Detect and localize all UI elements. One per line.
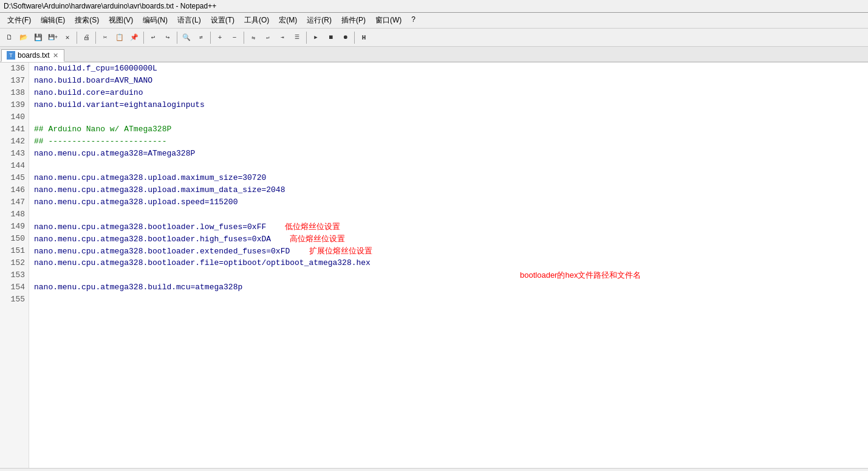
line-num-137: 137 — [0, 75, 29, 87]
code-line-147: nano.menu.cpu.atmega328.upload.speed=115… — [34, 196, 868, 208]
menu-encode[interactable]: 编码(N) — [138, 14, 173, 27]
menu-help[interactable]: ? — [406, 14, 420, 27]
toolbar-replace[interactable]: ⇄ — [194, 31, 208, 44]
code-line-153: bootloader的hex文件路径和文件名 — [34, 269, 868, 281]
menu-search[interactable]: 搜索(S) — [70, 14, 104, 27]
code-line-143: nano.menu.cpu.atmega328=ATmega328P — [34, 148, 868, 160]
toolbar-paste[interactable]: 📌 — [128, 31, 141, 44]
toolbar-save-all[interactable]: 💾+ — [46, 31, 60, 44]
menu-plugins[interactable]: 插件(P) — [337, 14, 371, 27]
toolbar-h[interactable]: H — [357, 31, 371, 44]
line-num-139: 139 — [0, 99, 29, 111]
toolbar-sep2 — [95, 32, 96, 44]
line-num-145: 145 — [0, 172, 29, 184]
line-num-141: 141 — [0, 123, 29, 136]
menu-run[interactable]: 运行(R) — [302, 14, 337, 27]
code-line-152: nano.menu.cpu.atmega328.bootloader.file=… — [34, 257, 868, 269]
code-line-146: nano.menu.cpu.atmega328.upload.maximum_d… — [34, 184, 868, 196]
toolbar-find[interactable]: 🔍 — [180, 31, 193, 44]
menu-edit[interactable]: 编辑(E) — [36, 14, 70, 27]
code-line-139: nano.build.variant=eightanaloginputs — [34, 99, 868, 111]
toolbar-open[interactable]: 📂 — [17, 31, 30, 44]
toolbar-macro1[interactable]: ▶ — [309, 31, 323, 44]
line-num-136: 136 — [0, 63, 29, 75]
editor: 1361371381391401411421431441451461471481… — [0, 63, 868, 468]
toolbar-block[interactable]: ☰ — [290, 31, 304, 44]
line-num-140: 140 — [0, 111, 29, 123]
tab-boards[interactable]: T boards.txt ✕ — [1, 49, 64, 62]
menu-language[interactable]: 语言(L) — [173, 14, 206, 27]
code-line-151: nano.menu.cpu.atmega328.bootloader.exten… — [34, 245, 868, 257]
line-num-150: 150 — [0, 233, 29, 245]
code-line-149: nano.menu.cpu.atmega328.bootloader.low_f… — [34, 221, 868, 233]
toolbar-sep8 — [354, 32, 355, 44]
toolbar-zoom-out[interactable]: − — [228, 31, 241, 44]
window-title: D:\Software\Arduino\hardware\arduino\avr… — [4, 2, 216, 10]
code-line-154: nano.menu.cpu.atmega328.build.mcu=atmega… — [34, 281, 868, 294]
toolbar-sep7 — [306, 32, 307, 44]
toolbar-cut[interactable]: ✂ — [98, 31, 112, 44]
line-num-152: 152 — [0, 257, 29, 269]
code-line-144 — [34, 160, 868, 172]
tab-label: boards.txt — [18, 51, 50, 60]
menu-tools[interactable]: 工具(O) — [239, 14, 274, 27]
toolbar-sep1 — [77, 32, 77, 44]
toolbar-macro3[interactable]: ⏺ — [338, 31, 352, 44]
code-line-148 — [34, 208, 868, 221]
toolbar-copy[interactable]: 📋 — [113, 31, 126, 44]
line-num-146: 146 — [0, 184, 29, 196]
menu-window[interactable]: 窗口(W) — [371, 14, 406, 27]
code-area[interactable]: nano.build.f_cpu=16000000Lnano.build.boa… — [29, 63, 868, 468]
toolbar-sep6 — [244, 32, 244, 44]
line-num-153: 153 — [0, 269, 29, 281]
toolbar-sep5 — [210, 32, 211, 44]
toolbar-indent[interactable]: ⇥ — [276, 31, 289, 44]
code-line-145: nano.menu.cpu.atmega328.upload.maximum_s… — [34, 172, 868, 184]
line-num-144: 144 — [0, 160, 29, 172]
code-line-150: nano.menu.cpu.atmega328.bootloader.high_… — [34, 233, 868, 245]
line-num-138: 138 — [0, 87, 29, 99]
toolbar-save[interactable]: 💾 — [32, 31, 45, 44]
line-num-149: 149 — [0, 221, 29, 233]
status-bar: Ln: 154 Col: 1 Sel: 0|0 Windows (CR LF) … — [0, 468, 868, 471]
menu-bar: 文件(F) 编辑(E) 搜索(S) 视图(V) 编码(N) 语言(L) 设置(T… — [0, 13, 868, 29]
code-line-141: ## Arduino Nano w/ ATmega328P — [34, 123, 868, 136]
menu-settings[interactable]: 设置(T) — [206, 14, 239, 27]
title-bar: D:\Software\Arduino\hardware\arduino\avr… — [0, 0, 868, 13]
line-num-143: 143 — [0, 148, 29, 160]
line-num-142: 142 — [0, 136, 29, 148]
line-num-151: 151 — [0, 245, 29, 257]
toolbar-undo[interactable]: ↩ — [146, 31, 160, 44]
line-num-147: 147 — [0, 196, 29, 208]
toolbar-close[interactable]: ✕ — [61, 31, 74, 44]
toolbar-new[interactable]: 🗋 — [2, 31, 16, 44]
tab-close-button[interactable]: ✕ — [52, 52, 59, 60]
toolbar-sep3 — [143, 32, 144, 44]
code-line-137: nano.build.board=AVR_NANO — [34, 75, 868, 87]
tab-file-icon: T — [7, 51, 15, 60]
line-num-154: 154 — [0, 281, 29, 294]
toolbar-print[interactable]: 🖨 — [80, 31, 93, 44]
toolbar-zoom-in[interactable]: + — [213, 31, 227, 44]
menu-file[interactable]: 文件(F) — [2, 14, 36, 27]
code-line-142: ## ------------------------- — [34, 136, 868, 148]
menu-view[interactable]: 视图(V) — [104, 14, 138, 27]
toolbar-sep4 — [177, 32, 177, 44]
toolbar-wrap[interactable]: ↵ — [261, 31, 275, 44]
line-numbers: 1361371381391401411421431441451461471481… — [0, 63, 29, 468]
line-num-148: 148 — [0, 208, 29, 221]
code-line-136: nano.build.f_cpu=16000000L — [34, 63, 868, 75]
toolbar-redo[interactable]: ↪ — [161, 31, 174, 44]
code-line-140 — [34, 111, 868, 123]
toolbar-sync[interactable]: ⇋ — [247, 31, 260, 44]
tab-bar: T boards.txt ✕ — [0, 47, 868, 63]
toolbar: 🗋 📂 💾 💾+ ✕ 🖨 ✂ 📋 📌 ↩ ↪ 🔍 ⇄ + − ⇋ ↵ ⇥ ☰ ▶… — [0, 29, 868, 47]
code-line-155 — [34, 294, 868, 306]
line-num-155: 155 — [0, 294, 29, 306]
menu-macro[interactable]: 宏(M) — [274, 14, 302, 27]
toolbar-macro2[interactable]: ⏹ — [324, 31, 337, 44]
code-line-138: nano.build.core=arduino — [34, 87, 868, 99]
